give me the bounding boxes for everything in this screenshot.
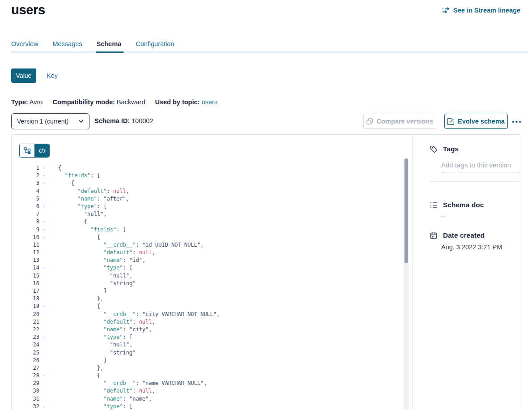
code-text: "type": [ (48, 203, 106, 210)
code-line: 32▾ "type": [ (12, 403, 412, 410)
code-line: 1▾{ (12, 164, 412, 172)
fold-column (39, 295, 48, 303)
fold-toggle-icon[interactable]: ▾ (39, 264, 48, 272)
fold-toggle-icon[interactable]: ▾ (39, 234, 48, 241)
value-toggle-button[interactable]: Value (11, 68, 36, 83)
more-actions-button[interactable]: ••• (512, 114, 522, 129)
edit-icon (447, 118, 454, 125)
line-number: 29 (12, 380, 39, 387)
code-line: 25 "string" (12, 349, 412, 357)
code-scrollbar-track[interactable] (404, 158, 409, 410)
fold-toggle-icon[interactable]: ▾ (39, 372, 48, 380)
schema-doc-title: Schema doc (443, 201, 484, 209)
code-scrollbar-thumb[interactable] (404, 158, 408, 263)
code-text: ] (48, 357, 106, 364)
compatibility-value: Backward (117, 98, 145, 106)
code-text: "type": [ (48, 403, 132, 410)
fold-toggle-icon[interactable]: ▾ (39, 333, 48, 341)
compare-versions-label: Compare versions (377, 118, 434, 125)
topic-link[interactable]: users (201, 98, 217, 106)
fold-toggle-icon[interactable]: ▾ (39, 179, 48, 187)
fold-column (39, 249, 48, 256)
meta-type: Type: Avro (11, 98, 43, 106)
line-number: 25 (12, 349, 39, 357)
code-text: "null", (48, 341, 132, 349)
meta-used-by-topic: Used by topic: users (155, 98, 217, 106)
code-line: 16 "string" (12, 280, 412, 287)
code-view-button[interactable] (34, 144, 49, 157)
see-in-stream-lineage-link[interactable]: See in Stream lineage (442, 7, 520, 14)
code-view-icon (38, 148, 46, 154)
code-text: ] (48, 287, 106, 295)
code-text: { (48, 372, 100, 380)
code-line: 6▾ "type": [ (12, 203, 412, 210)
code-line: 30 "default": null, (12, 387, 412, 395)
tab-overview[interactable]: Overview (11, 40, 38, 51)
code-line: 10▾ { (12, 234, 412, 241)
line-number: 28 (12, 372, 39, 380)
fold-toggle-icon[interactable]: ▾ (39, 218, 48, 226)
line-number: 24 (12, 341, 39, 349)
tab-messages[interactable]: Messages (52, 40, 82, 51)
code-text: "null", (48, 272, 132, 280)
key-toggle-link[interactable]: Key (47, 72, 58, 79)
tab-configuration[interactable]: Configuration (136, 40, 174, 51)
tree-view-button[interactable] (20, 144, 34, 157)
code-text: "name": "id", (48, 256, 145, 264)
code-line: 27 }, (12, 364, 412, 372)
code-text: "fields": [ (48, 226, 126, 234)
fold-toggle-icon[interactable]: ▾ (39, 403, 48, 410)
code-line: 5 "name": "after", (12, 195, 412, 203)
line-number: 30 (12, 387, 39, 395)
fold-toggle-icon[interactable]: ▾ (39, 172, 48, 179)
tab-schema[interactable]: Schema (97, 40, 122, 51)
code-text: "default": null, (48, 249, 155, 256)
fold-column (39, 380, 48, 387)
fold-toggle-icon[interactable]: ▾ (39, 203, 48, 210)
line-number: 31 (12, 395, 39, 403)
code-text: "string" (48, 349, 136, 357)
code-line: 11 "__crdb__": "id UUID NOT NULL", (12, 241, 412, 249)
evolve-schema-label: Evolve schema (458, 118, 505, 125)
code-text: "__crdb__": "id UUID NOT NULL", (48, 241, 204, 249)
fold-column (39, 326, 48, 333)
code-text: { (48, 303, 100, 310)
line-number: 1 (12, 164, 39, 172)
line-number: 26 (12, 357, 39, 364)
compare-versions-button[interactable]: Compare versions (363, 114, 436, 129)
line-number: 10 (12, 234, 39, 241)
version-select[interactable]: Version 1 (current) (11, 113, 89, 129)
line-number: 5 (12, 195, 39, 203)
code-line: 8▾ { (12, 218, 412, 226)
code-line: 12 "default": null, (12, 249, 412, 256)
add-tags-input[interactable] (441, 159, 520, 172)
fold-toggle-icon[interactable]: ▾ (39, 164, 48, 172)
line-number: 12 (12, 249, 39, 256)
line-number: 32 (12, 403, 39, 410)
fold-column (39, 188, 48, 195)
tree-view-icon (24, 147, 31, 154)
line-number: 22 (12, 326, 39, 333)
code-lines: 1▾{2▾ "fields": [3▾ {4 "default": null,5… (12, 164, 412, 410)
schema-doc-value: -- (441, 213, 446, 220)
code-text: "string" (48, 280, 136, 287)
line-number: 15 (12, 272, 39, 280)
evolve-schema-button[interactable]: Evolve schema (444, 114, 508, 129)
code-text: "name": "name", (48, 395, 152, 403)
code-text: { (48, 164, 61, 172)
schema-meta-row: Type: Avro Compatibility mode: Backward … (11, 98, 217, 106)
code-text: "default": null, (48, 188, 129, 195)
fold-column (39, 395, 48, 403)
line-number: 27 (12, 364, 39, 372)
tags-title: Tags (443, 145, 459, 153)
tags-section-header: Tags (430, 145, 459, 153)
date-created-title: Date created (443, 231, 485, 239)
code-line: 21 "default": null, (12, 318, 412, 326)
tag-icon (430, 145, 438, 153)
code-line: 13 "name": "id", (12, 256, 412, 264)
code-line: 26 ] (12, 357, 412, 364)
fold-toggle-icon[interactable]: ▾ (39, 303, 48, 310)
meta-compatibility: Compatibility mode: Backward (52, 98, 145, 106)
fold-toggle-icon[interactable]: ▾ (39, 226, 48, 234)
code-text: { (48, 234, 100, 241)
